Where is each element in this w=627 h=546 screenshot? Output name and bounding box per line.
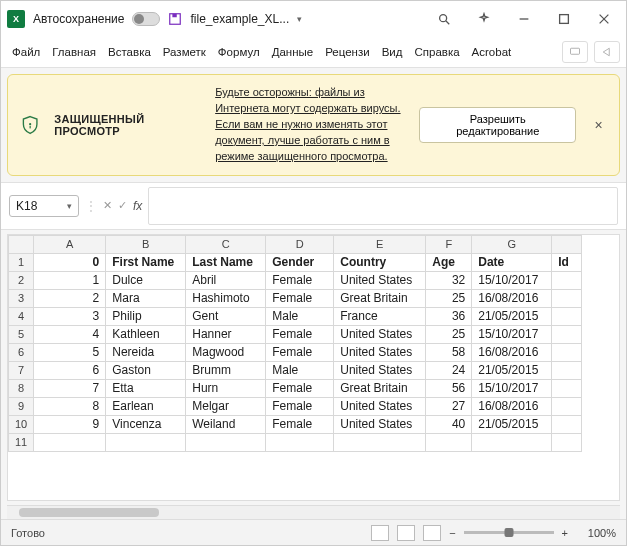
comments-icon[interactable]: [562, 41, 588, 63]
cell[interactable]: Female: [266, 379, 334, 397]
filename-label[interactable]: file_example_XL...: [190, 12, 289, 26]
maximize-button[interactable]: [548, 5, 580, 33]
cell[interactable]: 58: [426, 343, 472, 361]
cell[interactable]: 25: [426, 325, 472, 343]
cell[interactable]: Hurn: [186, 379, 266, 397]
cell[interactable]: United States: [334, 325, 426, 343]
worksheet-grid[interactable]: A B C D E F G 1 0 First Name Last Name G…: [7, 234, 620, 501]
tab-layout[interactable]: Разметк: [158, 42, 211, 62]
cell[interactable]: [552, 415, 582, 433]
cell[interactable]: Female: [266, 415, 334, 433]
cell[interactable]: Female: [266, 325, 334, 343]
view-normal-icon[interactable]: [371, 525, 389, 541]
cell[interactable]: 32: [426, 271, 472, 289]
cell[interactable]: 3: [34, 307, 106, 325]
row-header[interactable]: 6: [9, 343, 34, 361]
fx-icon[interactable]: fx: [133, 199, 142, 213]
cell[interactable]: [552, 325, 582, 343]
col-header[interactable]: B: [106, 235, 186, 253]
cell[interactable]: 2: [34, 289, 106, 307]
cell[interactable]: Nereida: [106, 343, 186, 361]
cell[interactable]: Gender: [266, 253, 334, 271]
cell[interactable]: [552, 397, 582, 415]
cell[interactable]: [552, 361, 582, 379]
cell[interactable]: 21/05/2015: [472, 307, 552, 325]
cell[interactable]: 16/08/2016: [472, 397, 552, 415]
cell[interactable]: 36: [426, 307, 472, 325]
cell[interactable]: [552, 289, 582, 307]
col-header[interactable]: E: [334, 235, 426, 253]
cell[interactable]: United States: [334, 415, 426, 433]
formula-input[interactable]: [148, 187, 618, 225]
zoom-percent[interactable]: 100%: [576, 527, 616, 539]
banner-message[interactable]: Будьте осторожны: файлы из Интернета мог…: [215, 85, 405, 165]
cell[interactable]: Date: [472, 253, 552, 271]
row-header[interactable]: 3: [9, 289, 34, 307]
accept-formula-icon[interactable]: ✓: [118, 199, 127, 212]
cell[interactable]: Male: [266, 361, 334, 379]
cell[interactable]: First Name: [106, 253, 186, 271]
cell[interactable]: 4: [34, 325, 106, 343]
tab-formulas[interactable]: Формул: [213, 42, 265, 62]
cell[interactable]: Magwood: [186, 343, 266, 361]
cell[interactable]: 15/10/2017: [472, 325, 552, 343]
cell[interactable]: United States: [334, 397, 426, 415]
search-icon[interactable]: [428, 5, 460, 33]
enable-editing-button[interactable]: Разрешить редактирование: [419, 107, 576, 143]
cell[interactable]: Country: [334, 253, 426, 271]
cell[interactable]: Weiland: [186, 415, 266, 433]
cell[interactable]: Hanner: [186, 325, 266, 343]
minimize-button[interactable]: [508, 5, 540, 33]
tab-acrobat[interactable]: Acrobat: [467, 42, 517, 62]
cell[interactable]: 21/05/2015: [472, 361, 552, 379]
cell[interactable]: Gent: [186, 307, 266, 325]
row-header[interactable]: 8: [9, 379, 34, 397]
cell[interactable]: 27: [426, 397, 472, 415]
row-header[interactable]: 4: [9, 307, 34, 325]
view-pagelayout-icon[interactable]: [397, 525, 415, 541]
cell[interactable]: Philip: [106, 307, 186, 325]
cell[interactable]: 25: [426, 289, 472, 307]
tab-data[interactable]: Данные: [267, 42, 319, 62]
cell[interactable]: 15/10/2017: [472, 379, 552, 397]
sparkle-icon[interactable]: [468, 5, 500, 33]
zoom-slider[interactable]: [464, 531, 554, 534]
cell[interactable]: Melgar: [186, 397, 266, 415]
close-button[interactable]: [588, 5, 620, 33]
cell[interactable]: Earlean: [106, 397, 186, 415]
tab-view[interactable]: Вид: [377, 42, 408, 62]
chevron-down-icon[interactable]: ▾: [297, 14, 302, 24]
zoom-out-icon[interactable]: −: [449, 527, 455, 539]
cell[interactable]: 9: [34, 415, 106, 433]
col-header[interactable]: D: [266, 235, 334, 253]
corner-cell[interactable]: [9, 235, 34, 253]
col-header[interactable]: C: [186, 235, 266, 253]
col-header[interactable]: A: [34, 235, 106, 253]
cell[interactable]: [552, 271, 582, 289]
cell[interactable]: Abril: [186, 271, 266, 289]
cell[interactable]: 40: [426, 415, 472, 433]
cell[interactable]: United States: [334, 343, 426, 361]
name-box[interactable]: K18▾: [9, 195, 79, 217]
row-header[interactable]: 1: [9, 253, 34, 271]
share-icon[interactable]: [594, 41, 620, 63]
tab-file[interactable]: Файл: [7, 42, 45, 62]
cell[interactable]: Female: [266, 397, 334, 415]
row-header[interactable]: 5: [9, 325, 34, 343]
cell[interactable]: 1: [34, 271, 106, 289]
cell[interactable]: Great Britain: [334, 289, 426, 307]
cell[interactable]: Female: [266, 343, 334, 361]
cell[interactable]: 15/10/2017: [472, 271, 552, 289]
cell[interactable]: United States: [334, 361, 426, 379]
cell[interactable]: 56: [426, 379, 472, 397]
cell[interactable]: 24: [426, 361, 472, 379]
row-header[interactable]: 9: [9, 397, 34, 415]
cell[interactable]: Gaston: [106, 361, 186, 379]
cell[interactable]: Kathleen: [106, 325, 186, 343]
cell[interactable]: [552, 343, 582, 361]
row-header[interactable]: 11: [9, 433, 34, 451]
row-header[interactable]: 10: [9, 415, 34, 433]
tab-insert[interactable]: Вставка: [103, 42, 156, 62]
tab-review[interactable]: Рецензи: [320, 42, 374, 62]
cell[interactable]: Mara: [106, 289, 186, 307]
